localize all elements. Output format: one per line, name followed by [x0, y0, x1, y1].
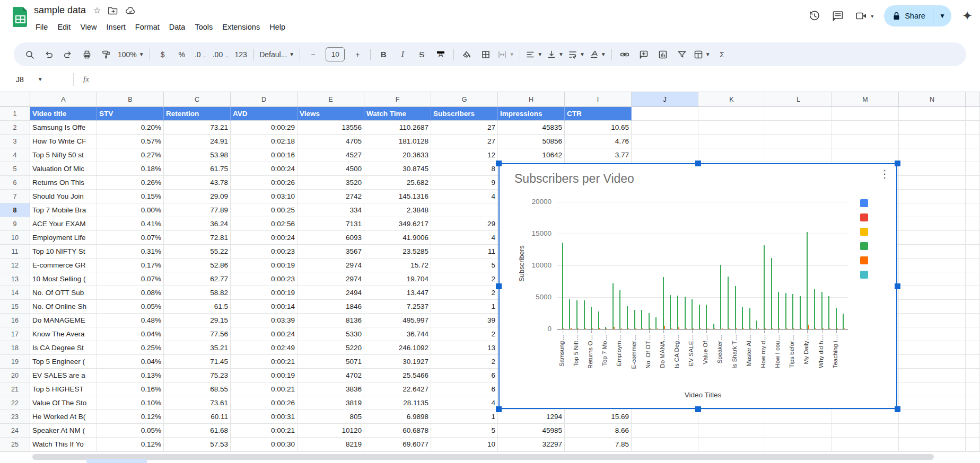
- chart-resize-handle[interactable]: [895, 161, 900, 166]
- strikethrough-button[interactable]: S: [412, 47, 431, 63]
- star-icon[interactable]: ☆: [93, 5, 101, 15]
- cell[interactable]: 0:00:19: [231, 286, 298, 300]
- row-number[interactable]: 3: [0, 135, 30, 148]
- cell[interactable]: [966, 272, 980, 286]
- cell[interactable]: 5: [431, 424, 498, 438]
- header-cell[interactable]: STV: [97, 107, 164, 121]
- cell[interactable]: 0.07%: [97, 231, 164, 245]
- cell[interactable]: 77.89: [164, 203, 231, 217]
- chart-resize-handle[interactable]: [695, 161, 701, 166]
- header-cell[interactable]: Impressions: [498, 107, 565, 121]
- header-cell[interactable]: Subscribers: [431, 107, 498, 121]
- menu-view[interactable]: View: [75, 20, 101, 34]
- cell[interactable]: 4705: [298, 135, 364, 148]
- header-cell[interactable]: AVD: [231, 107, 298, 121]
- cell[interactable]: Know The Avera: [30, 327, 97, 341]
- horizontal-align-button[interactable]: ▼: [523, 47, 545, 63]
- cell[interactable]: 27: [431, 135, 498, 148]
- cell[interactable]: [966, 382, 980, 396]
- cell[interactable]: [632, 410, 698, 424]
- cell[interactable]: 0.41%: [97, 217, 164, 231]
- cell[interactable]: [765, 148, 832, 162]
- cell[interactable]: 495.997: [364, 314, 431, 327]
- column-header-B[interactable]: B: [97, 92, 164, 107]
- sheets-logo-icon[interactable]: [13, 7, 28, 27]
- horizontal-scrollbar-thumb[interactable]: [32, 454, 934, 460]
- cell[interactable]: Samsung Is Offe: [30, 121, 97, 135]
- cell[interactable]: 6.9898: [364, 410, 431, 424]
- font-select[interactable]: Defaul...▼: [257, 47, 296, 63]
- cell[interactable]: 2974: [298, 272, 364, 286]
- undo-icon[interactable]: [39, 47, 58, 63]
- cell[interactable]: [832, 135, 899, 148]
- cell[interactable]: 53.98: [164, 148, 231, 162]
- cell[interactable]: 5220: [298, 341, 364, 355]
- cell[interactable]: 68.55: [164, 382, 231, 396]
- bold-button[interactable]: B: [374, 47, 393, 63]
- cell[interactable]: Employment Life: [30, 231, 97, 245]
- text-wrapping-button[interactable]: ▼: [566, 47, 587, 63]
- cell[interactable]: [899, 410, 966, 424]
- row-number[interactable]: 14: [0, 286, 30, 300]
- menu-tools[interactable]: Tools: [190, 20, 217, 34]
- sheet-tab-stub[interactable]: [86, 459, 147, 463]
- cell[interactable]: 0:02:56: [231, 217, 298, 231]
- insert-chart-button[interactable]: [653, 47, 672, 63]
- redo-icon[interactable]: [58, 47, 77, 63]
- name-box-dropdown-icon[interactable]: ▼: [38, 76, 43, 82]
- cell[interactable]: 0:00:23: [231, 272, 298, 286]
- row-number[interactable]: 2: [0, 121, 30, 135]
- cell[interactable]: Returns On This: [30, 176, 97, 190]
- cell[interactable]: [966, 396, 980, 410]
- cell[interactable]: [899, 341, 966, 355]
- row-number[interactable]: 11: [0, 245, 30, 259]
- cell[interactable]: Value Of The Sto: [30, 396, 97, 410]
- cell[interactable]: [899, 286, 966, 300]
- cell[interactable]: Speaker At NM (: [30, 424, 97, 438]
- row-number[interactable]: 12: [0, 259, 30, 272]
- cell[interactable]: 36.24: [164, 217, 231, 231]
- cell[interactable]: 0.12%: [97, 410, 164, 424]
- cell[interactable]: 19.704: [364, 272, 431, 286]
- cell[interactable]: 3567: [298, 245, 364, 259]
- cell[interactable]: 0:00:14: [231, 300, 298, 314]
- row-number[interactable]: 17: [0, 327, 30, 341]
- row-number[interactable]: 13: [0, 272, 30, 286]
- text-color-button[interactable]: A: [431, 47, 450, 63]
- cell[interactable]: Valuation Of Mic: [30, 162, 97, 176]
- header-cell[interactable]: Views: [298, 107, 364, 121]
- cell[interactable]: [966, 355, 980, 369]
- cell[interactable]: 62.77: [164, 272, 231, 286]
- cell[interactable]: 75.23: [164, 369, 231, 382]
- chart-resize-handle[interactable]: [496, 161, 502, 166]
- cell[interactable]: [966, 148, 980, 162]
- cell[interactable]: [899, 300, 966, 314]
- cell[interactable]: [899, 438, 966, 451]
- format-percent-button[interactable]: %: [172, 47, 191, 63]
- cell[interactable]: 0.25%: [97, 341, 164, 355]
- cell[interactable]: 8136: [298, 314, 364, 327]
- column-header-F[interactable]: F: [364, 92, 431, 107]
- menu-data[interactable]: Data: [164, 20, 190, 34]
- cell[interactable]: [765, 107, 832, 121]
- cell[interactable]: [966, 341, 980, 355]
- cell[interactable]: 5: [431, 259, 498, 272]
- create-filter-button[interactable]: [672, 47, 692, 63]
- cell[interactable]: 0.20%: [97, 121, 164, 135]
- cell[interactable]: [899, 203, 966, 217]
- cell[interactable]: [832, 424, 899, 438]
- row-number[interactable]: 6: [0, 176, 30, 190]
- cell[interactable]: [765, 410, 832, 424]
- cell[interactable]: 0.26%: [97, 176, 164, 190]
- cell[interactable]: 9: [431, 176, 498, 190]
- cell[interactable]: 0.10%: [97, 396, 164, 410]
- cell[interactable]: 29.09: [164, 190, 231, 203]
- chart-resize-handle[interactable]: [496, 406, 502, 412]
- comments-icon[interactable]: [832, 10, 844, 22]
- cell[interactable]: 0.48%: [97, 314, 164, 327]
- chart-resize-handle[interactable]: [695, 406, 701, 412]
- cell[interactable]: E-commerce GR: [30, 259, 97, 272]
- cell[interactable]: [899, 190, 966, 203]
- video-call-dropdown-icon[interactable]: ▾: [871, 13, 873, 19]
- cell[interactable]: 30.1927: [364, 355, 431, 369]
